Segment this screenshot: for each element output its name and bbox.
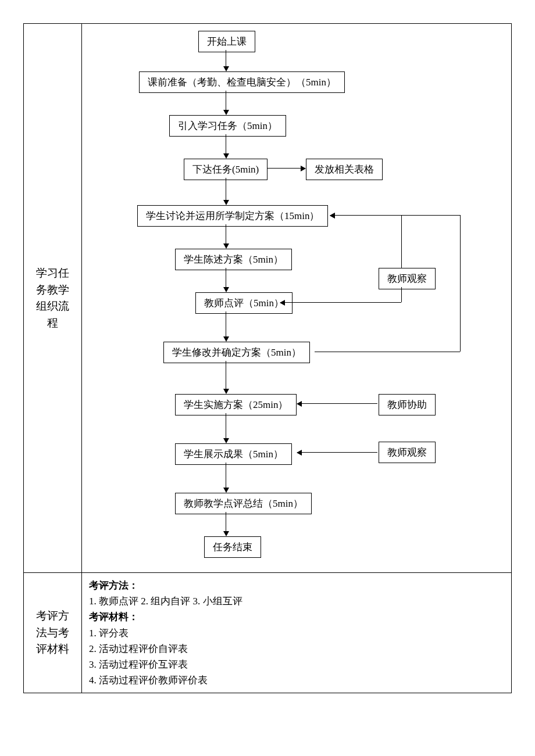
arrow-assign-forms xyxy=(267,168,305,169)
node-observe1: 教师观察 xyxy=(379,268,436,289)
node-start: 开始上课 xyxy=(198,31,255,52)
node-forms: 发放相关表格 xyxy=(306,159,383,180)
arrow-assign-discuss xyxy=(226,178,226,205)
eval-m3: 3. 活动过程评价互评表 xyxy=(89,657,504,672)
node-revise: 学生修改并确定方案（5min） xyxy=(163,342,310,363)
arrow-prep-intro xyxy=(226,91,226,114)
node-review: 教师点评（5min） xyxy=(195,292,293,314)
line-observe1-down xyxy=(401,287,402,302)
node-prep: 课前准备（考勤、检查电脑安全）（5min） xyxy=(139,71,345,93)
arrow-observe2-show xyxy=(297,452,377,453)
node-observe2: 教师观察 xyxy=(379,442,436,463)
row-evaluation: 考评方法与考评材料 考评方法： 1. 教师点评 2. 组内自评 3. 小组互评 … xyxy=(24,573,511,693)
row2-label-text: 考评方法与考评材料 xyxy=(35,608,70,658)
arrow-review-revise xyxy=(226,311,226,341)
arrow-intro-assign xyxy=(226,134,226,158)
node-assist: 教师协助 xyxy=(379,394,436,415)
arrow-show-summary xyxy=(226,463,226,492)
eval-m1: 1. 评分表 xyxy=(89,625,504,641)
eval-method-title: 考评方法： xyxy=(89,578,504,593)
row1-label: 学习任务教学组织流程 xyxy=(24,24,82,572)
eval-methods: 1. 教师点评 2. 组内自评 3. 小组互评 xyxy=(89,593,504,609)
flowchart: 开始上课 课前准备（考勤、检查电脑安全）（5min） 引入学习任务（5min） … xyxy=(82,31,511,565)
node-present: 学生陈述方案（5min） xyxy=(175,249,292,270)
arrow-summary-end xyxy=(226,512,226,536)
row-flowchart: 学习任务教学组织流程 开始上课 课前准备（考勤、检查电脑安全）（5min） 引入… xyxy=(24,24,511,573)
evaluation-content: 考评方法： 1. 教师点评 2. 组内自评 3. 小组互评 考评材料： 1. 评… xyxy=(82,573,511,693)
arrow-loop-into-discuss xyxy=(330,215,460,216)
line-loop-right xyxy=(460,215,461,352)
line-loop-bottom xyxy=(315,352,460,352)
row1-label-text: 学习任务教学组织流程 xyxy=(35,265,70,331)
arrow-revise-implement xyxy=(226,361,226,393)
node-show: 学生展示成果（5min） xyxy=(175,443,292,465)
line-observe1-up xyxy=(401,215,402,268)
flow-container: 开始上课 课前准备（考勤、检查电脑安全）（5min） 引入学习任务（5min） … xyxy=(82,24,511,572)
arrow-observe1-review xyxy=(280,302,401,303)
eval-m2: 2. 活动过程评价自评表 xyxy=(89,641,504,657)
arrow-start-prep xyxy=(226,50,226,71)
eval-m4: 4. 活动过程评价教师评价表 xyxy=(89,672,504,688)
node-discuss: 学生讨论并运用所学制定方案（15min） xyxy=(137,205,328,227)
arrow-discuss-present xyxy=(226,224,226,248)
node-assign: 下达任务(5min) xyxy=(184,159,268,180)
document-frame: 学习任务教学组织流程 开始上课 课前准备（考勤、检查电脑安全）（5min） 引入… xyxy=(23,23,512,693)
arrow-present-review xyxy=(226,268,226,292)
node-end: 任务结束 xyxy=(204,536,261,558)
arrow-implement-show xyxy=(226,413,226,443)
arrow-assist-implement xyxy=(297,403,377,404)
row2-label: 考评方法与考评材料 xyxy=(24,573,82,693)
eval-material-title: 考评材料： xyxy=(89,609,504,625)
node-intro: 引入学习任务（5min） xyxy=(169,115,286,137)
node-implement: 学生实施方案（25min） xyxy=(175,394,297,415)
node-summary: 教师教学点评总结（5min） xyxy=(175,493,312,514)
